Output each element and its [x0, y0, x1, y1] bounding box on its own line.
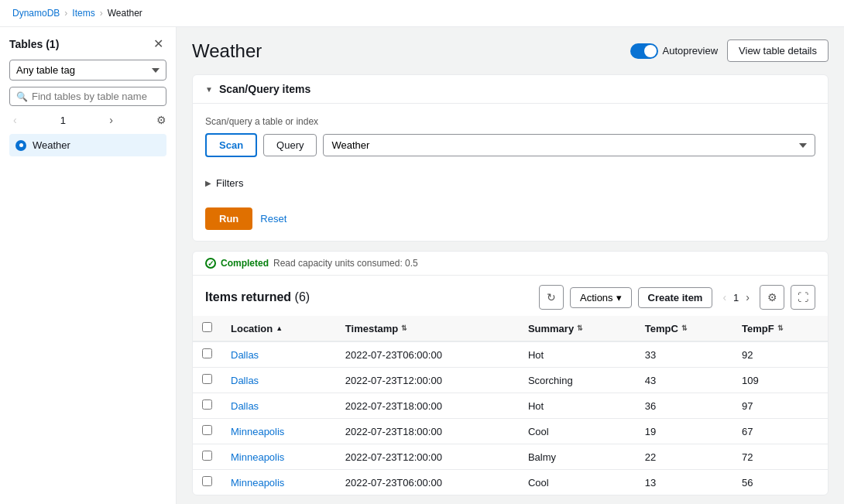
col-location-label: Location	[231, 323, 273, 334]
location-link-1[interactable]: Dallas	[231, 375, 259, 386]
cell-tempf-2: 97	[732, 393, 828, 419]
sort-tempf-icon[interactable]: ⇅	[777, 324, 784, 332]
cell-summary-3: Cool	[519, 419, 636, 444]
cell-tempf-5: 56	[732, 470, 828, 495]
location-link-4[interactable]: Minneapolis	[231, 451, 284, 463]
status-completed-label: Completed	[221, 258, 269, 269]
results-settings-button[interactable]: ⚙	[760, 285, 784, 310]
results-next-button[interactable]: ›	[742, 290, 753, 305]
filters-row[interactable]: ▶ Filters	[193, 170, 828, 197]
results-title-text: Items returned	[205, 290, 291, 303]
cell-location-5: Minneapolis	[221, 470, 336, 495]
cell-location-4: Minneapolis	[221, 444, 336, 470]
content-area: Weather Autopreview View table details ▼…	[177, 27, 844, 504]
tag-select[interactable]: Any table tag	[9, 60, 166, 81]
cell-location-1: Dallas	[221, 368, 336, 393]
cell-location-3: Minneapolis	[221, 419, 336, 444]
sort-timestamp-icon[interactable]: ⇅	[401, 324, 407, 332]
table-row: Dallas 2022-07-23T06:00:00 Hot 33 92	[193, 341, 828, 368]
breadcrumb-items[interactable]: Items	[72, 8, 94, 19]
sidebar: Tables (1) ✕ Any table tag 🔍 ‹ 1 › ⚙ Wea…	[0, 27, 177, 504]
location-link-3[interactable]: Minneapolis	[231, 426, 284, 437]
view-table-details-button[interactable]: View table details	[727, 39, 829, 62]
table-header-row: Location ▲ Timestamp ⇅ S	[193, 316, 828, 341]
row-checkbox-cell	[193, 368, 221, 393]
th-select-all	[193, 316, 221, 341]
sidebar-prev-button[interactable]: ‹	[9, 112, 21, 128]
select-all-checkbox[interactable]	[202, 322, 212, 332]
row-checkbox-cell	[193, 470, 221, 495]
page-title: Weather	[192, 40, 262, 62]
table-radio-inner	[19, 143, 23, 147]
results-prev-button[interactable]: ‹	[719, 290, 730, 305]
cell-tempc-1: 43	[636, 368, 732, 393]
row-checkbox-0[interactable]	[202, 348, 212, 358]
run-button[interactable]: Run	[205, 207, 252, 230]
table-radio-weather	[15, 140, 26, 151]
scan-query-row: Scan Query Weather	[205, 133, 815, 157]
cell-tempf-1: 109	[732, 368, 828, 393]
breadcrumb-sep1: ›	[64, 8, 67, 19]
cell-tempc-5: 13	[636, 470, 732, 495]
breadcrumb-dynamodb[interactable]: DynamoDB	[12, 8, 60, 19]
sidebar-settings-button[interactable]: ⚙	[156, 114, 166, 126]
table-index-select[interactable]: Weather	[323, 134, 815, 156]
cell-tempc-4: 22	[636, 444, 732, 470]
sidebar-close-button[interactable]: ✕	[150, 36, 166, 52]
cell-timestamp-4: 2022-07-23T12:00:00	[336, 444, 519, 470]
results-title: Items returned (6)	[205, 290, 310, 303]
search-box: 🔍	[9, 87, 166, 106]
row-checkbox-2[interactable]	[202, 399, 212, 410]
th-location: Location ▲	[221, 316, 336, 341]
cell-timestamp-1: 2022-07-23T12:00:00	[336, 368, 519, 393]
table-row: Dallas 2022-07-23T12:00:00 Scorching 43 …	[193, 368, 828, 393]
row-checkbox-4[interactable]	[202, 451, 212, 461]
th-timestamp: Timestamp ⇅	[336, 316, 519, 341]
actions-button[interactable]: Actions ▾	[570, 287, 632, 308]
table-body: Dallas 2022-07-23T06:00:00 Hot 33 92 Dal…	[193, 341, 828, 495]
cell-summary-1: Scorching	[519, 368, 636, 393]
scan-query-title: Scan/Query items	[219, 83, 310, 95]
create-item-button[interactable]: Create item	[638, 287, 713, 308]
refresh-button[interactable]: ↻	[539, 285, 564, 310]
table-item-weather[interactable]: Weather	[9, 134, 166, 156]
fullscreen-button[interactable]: ⛶	[791, 285, 815, 310]
location-link-5[interactable]: Minneapolis	[231, 477, 284, 489]
action-row: Run Reset	[193, 197, 828, 241]
search-input[interactable]	[32, 91, 160, 102]
col-tempf-label: TempF	[742, 323, 774, 334]
sidebar-header: Tables (1) ✕	[9, 36, 166, 52]
sidebar-pagination: ‹ 1 › ⚙	[9, 112, 166, 128]
breadcrumb-current: Weather	[108, 8, 142, 19]
scan-query-panel-header[interactable]: ▼ Scan/Query items	[193, 75, 828, 104]
cell-timestamp-2: 2022-07-23T18:00:00	[336, 393, 519, 419]
filters-expand-icon: ▶	[205, 179, 211, 187]
toggle-slider	[630, 43, 658, 59]
cell-summary-4: Balmy	[519, 444, 636, 470]
page-header: Weather Autopreview View table details	[192, 39, 829, 62]
search-icon: 🔍	[16, 91, 28, 102]
row-checkbox-3[interactable]	[202, 425, 212, 435]
autopreview-switch[interactable]	[630, 43, 658, 59]
sort-summary-icon[interactable]: ⇅	[577, 324, 583, 332]
table-row: Minneapolis 2022-07-23T12:00:00 Balmy 22…	[193, 444, 828, 470]
location-link-0[interactable]: Dallas	[231, 349, 259, 361]
row-checkbox-1[interactable]	[202, 374, 212, 384]
results-title-group: Items returned (6)	[205, 290, 310, 304]
autopreview-toggle: Autopreview	[630, 43, 719, 59]
scan-button[interactable]: Scan	[205, 133, 257, 157]
cell-tempf-4: 72	[732, 444, 828, 470]
sort-tempc-icon[interactable]: ⇅	[681, 324, 688, 332]
breadcrumb: DynamoDB › Items › Weather	[0, 0, 844, 27]
reset-button[interactable]: Reset	[260, 213, 286, 225]
sidebar-next-button[interactable]: ›	[105, 112, 117, 128]
cell-location-2: Dallas	[221, 393, 336, 419]
row-checkbox-5[interactable]	[202, 476, 212, 486]
scan-query-label: Scan/query a table or index	[205, 116, 815, 127]
sort-location-icon[interactable]: ▲	[276, 324, 283, 332]
col-timestamp-label: Timestamp	[345, 323, 398, 334]
status-indicator: ✓	[205, 258, 216, 269]
location-link-2[interactable]: Dallas	[231, 400, 259, 412]
results-pagination: ‹ 1 ›	[719, 290, 753, 305]
query-button[interactable]: Query	[263, 134, 317, 156]
